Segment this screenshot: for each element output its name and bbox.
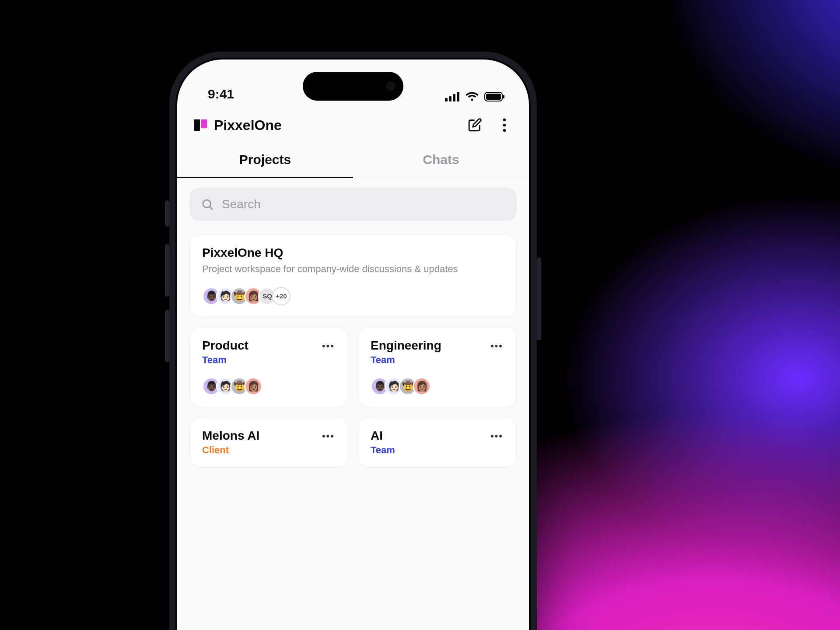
app-header: PixxelOne — [177, 108, 529, 144]
phone-power-button — [537, 257, 541, 340]
card-more-button[interactable]: ••• — [490, 429, 504, 444]
project-subtitle: Project workspace for company-wide discu… — [202, 262, 504, 276]
phone-volume-down — [165, 310, 169, 362]
phone-side-button — [165, 200, 169, 227]
project-tag: Team — [371, 354, 441, 366]
svg-rect-2 — [453, 94, 455, 102]
svg-point-10 — [503, 124, 506, 126]
project-title: Engineering — [371, 339, 441, 353]
svg-point-9 — [503, 119, 506, 121]
avatar: 👩🏽 — [244, 377, 262, 396]
phone-screen: 9:41 PixxelOne — [177, 60, 529, 630]
member-avatars: 👨🏿 🧑🏻 🤠 👩🏽 — [371, 377, 504, 396]
project-title: Product — [202, 339, 248, 353]
project-card[interactable]: Product Team ••• 👨🏿 🧑🏻 🤠 👩🏽 — [189, 327, 348, 407]
svg-line-13 — [210, 206, 212, 209]
member-avatars: 👨🏿 🧑🏻 🤠 👩🏽 — [202, 377, 336, 396]
phone-volume-up — [165, 244, 169, 297]
wifi-icon — [465, 92, 479, 102]
project-title: PixxelOne HQ — [202, 246, 504, 260]
svg-rect-0 — [445, 98, 448, 102]
search-input[interactable] — [222, 197, 505, 211]
more-vertical-icon — [503, 118, 506, 132]
tab-chats[interactable]: Chats — [353, 144, 529, 178]
project-card-featured[interactable]: PixxelOne HQ Project workspace for compa… — [189, 234, 517, 317]
brand-logo-icon — [193, 118, 208, 133]
card-more-button[interactable]: ••• — [321, 339, 336, 354]
compose-button[interactable] — [466, 116, 483, 134]
battery-icon — [484, 92, 504, 102]
avatar: 👩🏽 — [413, 377, 431, 396]
project-title: Melons AI — [202, 429, 259, 443]
main-tabs: Projects Chats — [177, 144, 529, 178]
card-more-button[interactable]: ••• — [490, 339, 504, 354]
phone-frame: 9:41 PixxelOne — [169, 52, 537, 630]
project-card[interactable]: AI Team ••• — [358, 417, 517, 468]
card-more-button[interactable]: ••• — [321, 429, 336, 444]
project-card[interactable]: Melons AI Client ••• — [189, 417, 348, 468]
svg-point-11 — [503, 129, 506, 132]
brand-name: PixxelOne — [214, 117, 282, 133]
search-bar[interactable] — [189, 188, 517, 221]
status-time: 9:41 — [208, 87, 234, 102]
svg-rect-3 — [457, 92, 459, 102]
svg-rect-1 — [449, 96, 452, 102]
overflow-menu-button[interactable] — [496, 116, 513, 134]
member-avatars: 👨🏿 🧑🏻 🤠 👩🏽 SQ +20 — [202, 287, 504, 305]
project-tag: Team — [202, 354, 248, 366]
svg-rect-5 — [486, 94, 501, 100]
tab-projects[interactable]: Projects — [177, 144, 353, 178]
cellular-icon — [445, 92, 460, 102]
search-icon — [201, 198, 214, 211]
svg-rect-6 — [503, 95, 504, 98]
svg-rect-7 — [194, 119, 200, 131]
project-tag: Client — [202, 444, 259, 456]
avatar-overflow-count: +20 — [272, 287, 290, 305]
svg-rect-8 — [201, 119, 207, 128]
project-tag: Team — [371, 444, 395, 456]
compose-icon — [467, 118, 482, 133]
project-card[interactable]: Engineering Team ••• 👨🏿 🧑🏻 🤠 👩🏽 — [358, 327, 517, 407]
dynamic-island — [303, 72, 403, 101]
project-title: AI — [371, 429, 395, 443]
